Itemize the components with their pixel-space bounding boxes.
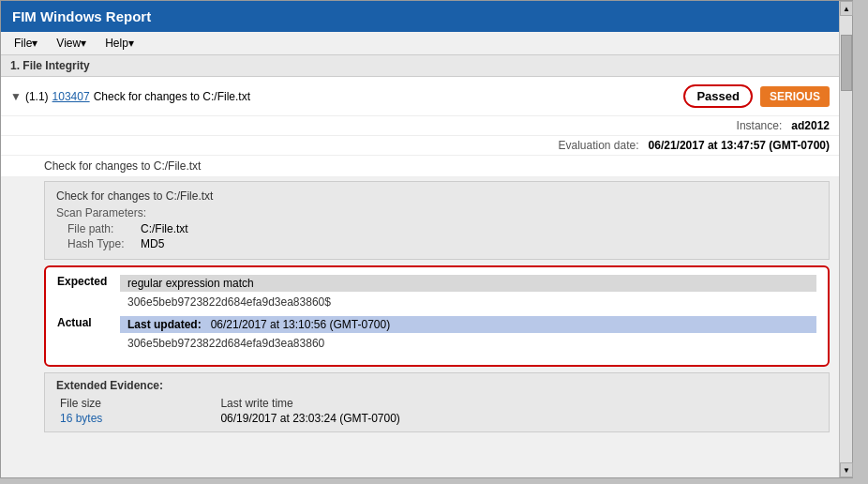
scan-params-label: Scan Parameters:: [56, 206, 817, 219]
file-path-value: C:/File.txt: [141, 222, 188, 235]
instance-row: Instance: ad2012: [1, 116, 839, 136]
evidence-col2-header: Last write time: [217, 396, 817, 411]
expected-actual-box: Expected regular expression match 306e5b…: [44, 265, 830, 367]
eval-value: 06/21/2017 at 13:47:57 (GMT-0700): [649, 139, 830, 152]
scrollbar-thumb[interactable]: [841, 35, 852, 91]
expected-values: regular expression match 306e5beb9723822…: [120, 275, 816, 310]
actual-row: Actual Last updated: 06/21/2017 at 13:10…: [57, 316, 816, 352]
menu-bar: File▾ View▾ Help▾: [1, 32, 852, 55]
last-updated-value: 06/21/2017 at 13:10:56 (GMT-0700): [211, 318, 390, 331]
evidence-row: 16 bytes 06/19/2017 at 23:03:24 (GMT-070…: [56, 411, 817, 426]
passed-badge: Passed: [683, 84, 753, 108]
expected-value: 306e5beb9723822d684efa9d3ea83860$: [120, 294, 816, 310]
eval-date-row: Evaluation date: 06/21/2017 at 13:47:57 …: [1, 136, 839, 156]
extended-evidence-box: Extended Evidence: File size Last write …: [44, 372, 830, 432]
check-row: ▼ (1.1) 103407 Check for changes to C:/F…: [1, 77, 839, 116]
evidence-row1-col1: 16 bytes: [56, 411, 217, 426]
section-header: 1. File Integrity: [1, 55, 852, 77]
evidence-row1-col2: 06/19/2017 at 23:03:24 (GMT-0700): [217, 411, 817, 426]
serious-badge: SERIOUS: [760, 86, 830, 107]
scrollbar-down[interactable]: ▼: [840, 462, 853, 477]
evidence-col1-header: File size: [56, 396, 217, 411]
actual-values: Last updated: 06/21/2017 at 13:10:56 (GM…: [120, 316, 816, 352]
expand-arrow[interactable]: ▼: [10, 90, 22, 103]
description-row: Check for changes to C:/File.txt: [1, 156, 839, 177]
hash-type-row: Hash Type: MD5: [56, 236, 817, 251]
eval-label: Evaluation date:: [558, 139, 638, 152]
detail-title: Check for changes to C:/File.txt: [56, 189, 817, 203]
actual-bar: Last updated: 06/21/2017 at 13:10:56 (GM…: [120, 316, 816, 333]
expected-row: Expected regular expression match 306e5b…: [57, 275, 816, 310]
scrollbar[interactable]: ▲ ▼: [839, 1, 852, 477]
check-numbering: (1.1): [25, 90, 49, 103]
instance-value: ad2012: [791, 119, 830, 132]
file-path-row: File path: C:/File.txt: [56, 221, 817, 236]
scrollbar-track[interactable]: [840, 16, 852, 462]
check-title: Check for changes to C:/File.txt: [94, 90, 250, 103]
last-updated-label: Last updated:: [127, 318, 202, 331]
menu-view[interactable]: View▾: [51, 35, 92, 52]
detail-box: Check for changes to C:/File.txt Scan Pa…: [44, 181, 830, 260]
expected-label: Expected: [57, 275, 109, 288]
evidence-table: File size Last write time 16 bytes 06/19…: [56, 396, 817, 426]
scrollbar-up[interactable]: ▲: [840, 1, 853, 16]
menu-help[interactable]: Help▾: [99, 35, 140, 52]
check-id-link[interactable]: 103407: [52, 90, 90, 103]
extended-evidence-title: Extended Evidence:: [56, 379, 817, 392]
title-bar: FIM Windows Report: [1, 1, 852, 32]
file-path-label: File path:: [67, 222, 133, 235]
status-area: Passed SERIOUS: [683, 84, 830, 108]
expected-bar: regular expression match: [120, 275, 816, 292]
content-area[interactable]: ▼ (1.1) 103407 Check for changes to C:/F…: [1, 77, 852, 477]
instance-label: Instance:: [737, 119, 783, 132]
hash-type-label: Hash Type:: [67, 237, 133, 250]
actual-value: 306e5beb9723822d684efa9d3ea83860: [120, 335, 816, 352]
actual-label: Actual: [57, 316, 109, 329]
menu-file[interactable]: File▾: [8, 35, 43, 52]
hash-type-value: MD5: [141, 237, 164, 250]
window-title: FIM Windows Report: [12, 8, 151, 24]
